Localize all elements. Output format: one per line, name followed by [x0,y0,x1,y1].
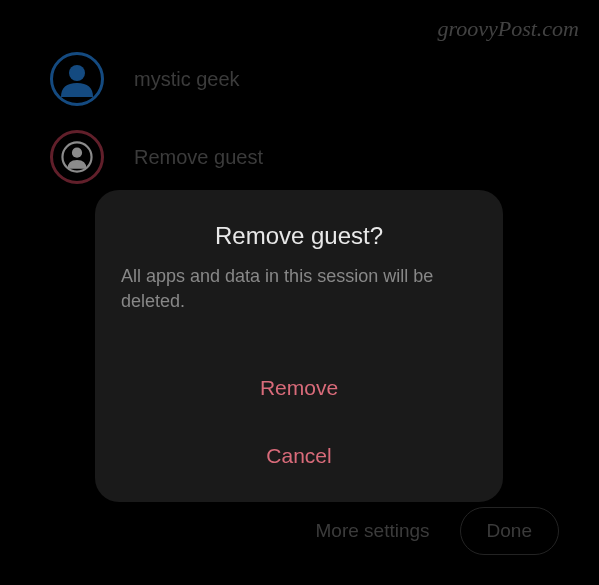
confirm-dialog: Remove guest? All apps and data in this … [95,190,503,502]
dialog-body: All apps and data in this session will b… [121,264,477,314]
remove-button[interactable]: Remove [121,354,477,422]
cancel-button[interactable]: Cancel [121,422,477,490]
dialog-title: Remove guest? [121,222,477,250]
